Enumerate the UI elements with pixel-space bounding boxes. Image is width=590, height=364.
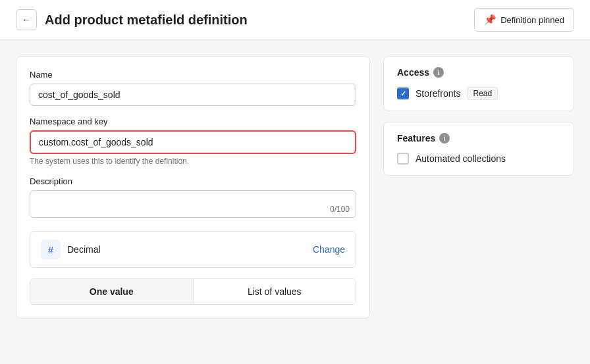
namespace-group: Namespace and key The system uses this t… <box>30 117 356 166</box>
access-title-text: Access <box>397 67 429 78</box>
one-value-button[interactable]: One value <box>30 279 194 304</box>
type-left: # Decimal <box>41 240 101 259</box>
value-toggle: One value List of values <box>30 278 356 305</box>
access-card: Access i ✓ Storefronts Read <box>383 56 574 111</box>
access-row: ✓ Storefronts Read <box>397 87 560 100</box>
left-card: Name Namespace and key The system uses t… <box>16 56 370 319</box>
back-button[interactable]: ← <box>16 9 37 30</box>
storefronts-checkbox[interactable]: ✓ <box>397 88 409 99</box>
namespace-label: Namespace and key <box>30 117 356 126</box>
description-input[interactable] <box>30 190 356 218</box>
name-input[interactable] <box>30 84 356 106</box>
back-arrow-icon: ← <box>22 14 31 25</box>
description-label: Description <box>30 176 356 186</box>
main-content: Name Namespace and key The system uses t… <box>0 40 590 334</box>
features-title-text: Features <box>397 133 435 143</box>
read-badge: Read <box>467 87 498 100</box>
header-left: ← Add product metafield definition <box>16 9 248 30</box>
pin-button[interactable]: 📌 Definition pinned <box>474 8 574 32</box>
checkmark-icon: ✓ <box>400 90 406 98</box>
automated-collections-label: Automated collections <box>416 153 506 164</box>
pin-icon: 📌 <box>484 14 496 26</box>
features-info-icon[interactable]: i <box>439 133 450 143</box>
features-card-title: Features i <box>397 133 560 143</box>
description-wrapper: 0/100 <box>30 190 356 221</box>
change-type-link[interactable]: Change <box>313 244 345 255</box>
type-row: # Decimal Change <box>30 231 356 268</box>
namespace-input[interactable] <box>30 130 356 154</box>
access-card-title: Access i <box>397 67 560 78</box>
access-info-icon[interactable]: i <box>433 67 444 78</box>
storefronts-label: Storefronts <box>416 88 460 99</box>
page-title: Add product metafield definition <box>45 13 248 28</box>
type-label: Decimal <box>67 244 101 255</box>
page-wrapper: ← Add product metafield definition 📌 Def… <box>0 0 590 364</box>
list-of-values-button[interactable]: List of values <box>194 279 356 304</box>
name-label: Name <box>30 70 356 80</box>
right-column: Access i ✓ Storefronts Read Features i <box>383 56 574 176</box>
pin-button-label: Definition pinned <box>500 15 564 25</box>
name-group: Name <box>30 70 356 106</box>
decimal-type-icon: # <box>41 240 61 259</box>
feature-row: Automated collections <box>397 153 560 165</box>
namespace-hint: The system uses this to identify the def… <box>30 157 356 166</box>
header: ← Add product metafield definition 📌 Def… <box>0 0 590 40</box>
description-group: Description 0/100 <box>30 176 356 221</box>
automated-collections-checkbox[interactable] <box>397 153 409 165</box>
features-card: Features i Automated collections <box>383 122 574 176</box>
